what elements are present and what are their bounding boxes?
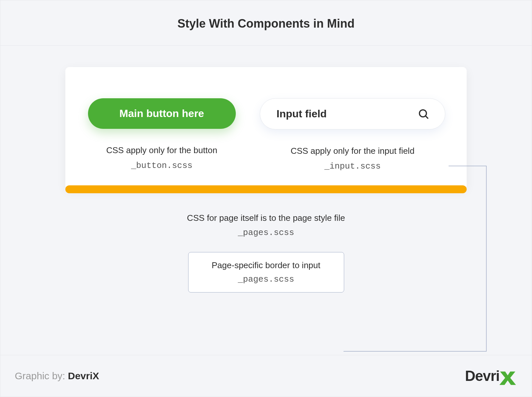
component-card: Main button here CSS apply only for the … [65,67,467,189]
input-field[interactable]: Input field [260,98,445,129]
input-column: Input field CSS apply only for the input… [260,98,445,171]
button-file: _button.scss [131,161,192,171]
input-caption: CSS apply only for the input field [291,146,414,156]
columns: Main button here CSS apply only for the … [87,98,445,171]
page-file: _pages.scss [0,228,532,238]
border-box: Page-specific border to input _pages.scs… [188,252,344,292]
button-caption: CSS apply only for the button [106,145,217,155]
page-caption-block: CSS for page itself is to the page style… [0,213,532,238]
footer-credit: Graphic by: DevriX [15,370,99,382]
orange-bar [65,185,467,193]
page-caption: CSS for page itself is to the page style… [0,213,532,223]
logo-text: Devri [465,368,499,384]
search-icon [418,108,429,120]
page-title: Style With Components in Mind [0,17,532,31]
svg-line-1 [426,116,428,118]
input-placeholder: Input field [277,108,420,120]
content-area: Main button here CSS apply only for the … [0,46,532,292]
devrix-logo: Devri [465,366,517,386]
border-box-title: Page-specific border to input [204,260,328,270]
button-column: Main button here CSS apply only for the … [87,98,237,171]
header: Style With Components in Mind [0,0,532,46]
footer: Graphic by: DevriX Devri [0,355,532,397]
footer-brand: DevriX [68,370,99,381]
main-button[interactable]: Main button here [88,98,236,129]
border-box-file: _pages.scss [204,274,328,284]
logo-x-icon [498,367,517,386]
input-file: _input.scss [324,161,381,171]
footer-prefix: Graphic by: [15,370,68,381]
